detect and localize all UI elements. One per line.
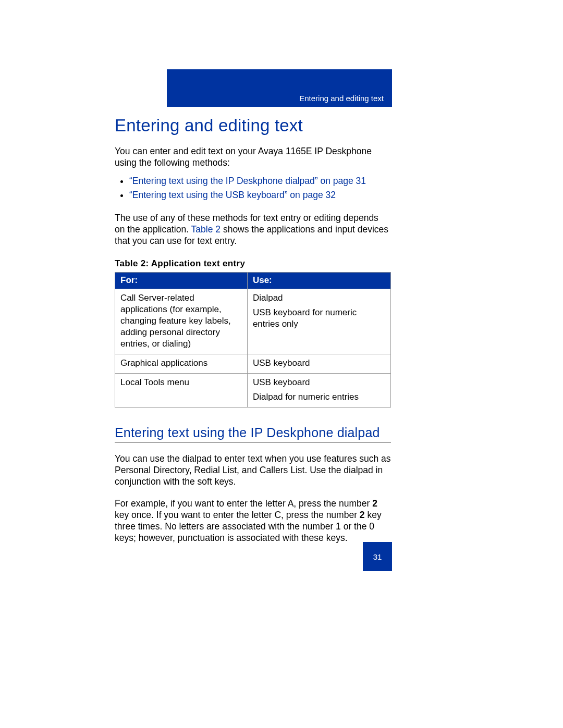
table-header-for: For: — [115, 272, 248, 289]
list-item: “Entering text using the IP Deskphone di… — [129, 174, 391, 188]
page-number: 31 — [373, 552, 382, 561]
text-run: For example, if you want to enter the le… — [115, 498, 372, 509]
table-cell-use: USB keyboard — [247, 354, 390, 374]
main-content: Entering and editing text You can enter … — [115, 114, 391, 544]
use-primary: USB keyboard — [253, 358, 310, 368]
use-primary: USB keyboard — [253, 377, 310, 387]
table-caption: Table 2: Application text entry — [115, 258, 391, 269]
key-number: 2 — [372, 498, 377, 509]
intro-paragraph: You can enter and edit text on your Avay… — [115, 146, 391, 169]
cross-reference-link[interactable]: “Entering text using the USB keyboard” o… — [129, 190, 336, 200]
header-bar: Entering and editing text — [167, 69, 392, 107]
running-header: Entering and editing text — [299, 94, 384, 103]
method-list: “Entering text using the IP Deskphone di… — [115, 174, 391, 202]
body-paragraph: The use of any of these methods for text… — [115, 213, 391, 247]
table-cell-for: Call Server-related applications (for ex… — [115, 289, 248, 354]
use-secondary: USB keyboard for numeric entries only — [253, 307, 385, 330]
key-number: 2 — [360, 510, 365, 520]
table-cell-use: USB keyboard Dialpad for numeric entries — [247, 374, 390, 408]
section-paragraph: You can use the dialpad to enter text wh… — [115, 453, 391, 488]
cross-reference-link[interactable]: “Entering text using the IP Deskphone di… — [129, 176, 366, 186]
table-cell-for: Graphical applications — [115, 354, 248, 374]
table-header-use: Use: — [247, 272, 390, 289]
table-row: Graphical applications USB keyboard — [115, 354, 391, 374]
table-cell-use: Dialpad USB keyboard for numeric entries… — [247, 289, 390, 354]
use-primary: Dialpad — [253, 293, 283, 303]
section-heading: Entering text using the IP Deskphone dia… — [115, 425, 391, 443]
section-paragraph: For example, if you want to enter the le… — [115, 498, 391, 544]
page-title: Entering and editing text — [115, 116, 391, 135]
table-row: Call Server-related applications (for ex… — [115, 289, 391, 354]
table-row: Local Tools menu USB keyboard Dialpad fo… — [115, 374, 391, 408]
list-item: “Entering text using the USB keyboard” o… — [129, 188, 391, 202]
table-reference-link[interactable]: Table 2 — [191, 224, 221, 235]
use-secondary: Dialpad for numeric entries — [253, 391, 385, 403]
application-text-entry-table: For: Use: Call Server-related applicatio… — [115, 272, 391, 408]
text-run: key once. If you want to enter the lette… — [115, 510, 360, 520]
page-number-tab: 31 — [363, 542, 392, 571]
table-cell-for: Local Tools menu — [115, 374, 248, 408]
document-page: Entering and editing text Entering and e… — [0, 0, 563, 728]
